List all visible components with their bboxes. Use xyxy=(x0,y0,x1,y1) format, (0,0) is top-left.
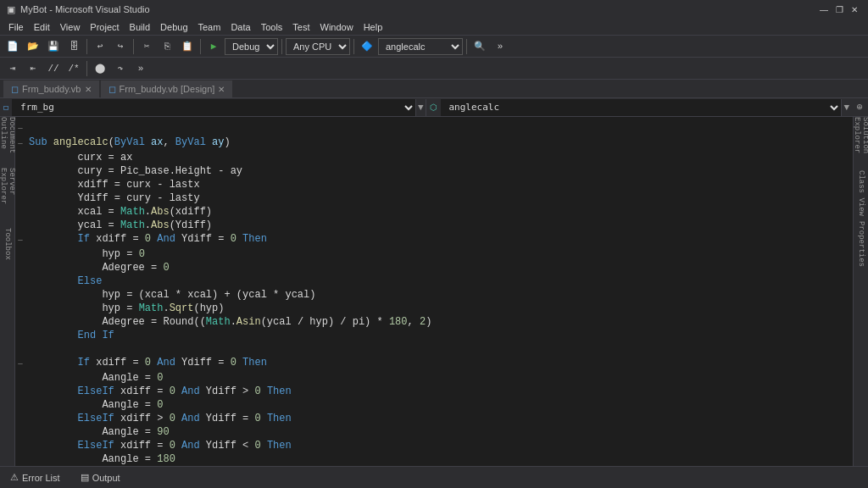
menu-test[interactable]: Test xyxy=(287,19,314,35)
start-btn[interactable]: ▶ xyxy=(204,37,223,56)
selector-arrow-right: ▼ xyxy=(842,103,851,113)
code-line: Adegree = 0 xyxy=(15,261,853,274)
tab-close[interactable]: ✕ xyxy=(85,85,92,94)
code-line: — If xdiff = 0 And Ydiff = 0 Then xyxy=(15,232,853,247)
toolbar-row-1: 📄 📂 💾 🗄 ↩ ↪ ✂ ⎘ 📋 ▶ Debug Any CPU 🔷 angl… xyxy=(0,36,868,58)
redo-btn[interactable]: ↪ xyxy=(111,37,130,56)
cut-btn[interactable]: ✂ xyxy=(137,37,156,56)
bottom-panel: ⚠ Error List ▤ Output xyxy=(0,466,868,488)
paste-btn[interactable]: 📋 xyxy=(178,37,197,56)
uncomment-btn[interactable]: /* xyxy=(64,59,83,78)
properties-panel[interactable]: Properties xyxy=(854,219,868,269)
class-view-panel[interactable]: Class View xyxy=(854,168,868,219)
right-sidebar: Solution Explorer Class View Properties xyxy=(853,117,868,466)
minimize-button[interactable]: — xyxy=(817,3,831,16)
tab-close2[interactable]: ✕ xyxy=(218,85,225,94)
tab-icon: ◻ xyxy=(11,84,19,95)
error-list-tab[interactable]: ⚠ Error List xyxy=(3,469,67,487)
code-editor[interactable]: — — Sub anglecalc(ByVal ax, ByVal ay) cu… xyxy=(15,117,853,466)
error-list-label: Error List xyxy=(22,473,60,483)
code-line: Aangle = 0 xyxy=(15,371,853,385)
platform-dropdown[interactable]: Any CPU xyxy=(286,38,350,55)
method-selector[interactable]: anglecalc xyxy=(441,99,843,116)
class-selector[interactable]: frm_bg xyxy=(12,99,416,116)
output-label: Output xyxy=(92,473,120,483)
find-btn[interactable]: 🔍 xyxy=(470,37,489,56)
frm-bg-icon: ◻ xyxy=(0,103,12,113)
selector-arrow-left: ▼ xyxy=(416,103,426,113)
menu-help[interactable]: Help xyxy=(359,19,388,35)
comment-btn[interactable]: // xyxy=(44,59,63,78)
new-project-btn[interactable]: 📄 xyxy=(3,37,22,56)
tab-frm-buddy-design[interactable]: ◻ Frm_buddy.vb [Design] ✕ xyxy=(101,80,233,97)
sep7 xyxy=(86,61,87,76)
sep1 xyxy=(86,39,87,54)
menu-project[interactable]: Project xyxy=(85,19,124,35)
code-content: — — Sub anglecalc(ByVal ax, ByVal ay) cu… xyxy=(15,117,853,466)
tab-frm-buddy-vb[interactable]: ◻ Frm_buddy.vb ✕ xyxy=(3,80,99,97)
open-btn[interactable]: 📂 xyxy=(24,37,42,56)
error-list-icon: ⚠ xyxy=(10,472,19,483)
maximize-button[interactable]: ❐ xyxy=(832,3,846,16)
code-line: xcal = Math.Abs(xdiff) xyxy=(15,205,853,219)
undo-btn[interactable]: ↩ xyxy=(91,37,109,56)
menu-edit[interactable]: Edit xyxy=(29,19,55,35)
code-line: Aangle = 0 xyxy=(15,398,853,412)
project-dropdown[interactable]: anglecalc xyxy=(378,38,463,55)
code-line: ElseIf xdiff = 0 And Ydiff < 0 Then xyxy=(15,439,853,452)
code-line: Aangle = 180 xyxy=(15,452,853,466)
more-btn[interactable]: » xyxy=(491,37,509,56)
save-btn[interactable]: 💾 xyxy=(44,37,63,56)
output-tab[interactable]: ▤ Output xyxy=(74,469,127,487)
solution-explorer-panel[interactable]: Solution Explorer xyxy=(854,117,868,168)
collapse-btn[interactable]: — xyxy=(15,137,25,151)
menu-window[interactable]: Window xyxy=(315,19,359,35)
breakpoint-btn[interactable]: ⬤ xyxy=(91,59,109,78)
debug-config-dropdown[interactable]: Debug xyxy=(225,38,278,55)
close-button[interactable]: ✕ xyxy=(848,3,861,16)
menu-debug[interactable]: Debug xyxy=(155,19,192,35)
code-line: Aangle = 90 xyxy=(15,425,853,439)
menu-tools[interactable]: Tools xyxy=(256,19,288,35)
sync-btn[interactable]: ⊕ xyxy=(851,101,868,114)
code-line: ElseIf xdiff > 0 And Ydiff = 0 Then xyxy=(15,412,853,425)
if2-collapse-btn[interactable]: — xyxy=(15,358,25,371)
menu-view[interactable]: View xyxy=(55,19,86,35)
indent-btn[interactable]: ⇥ xyxy=(3,59,22,78)
code-line: — Sub anglecalc(ByVal ax, ByVal ay) xyxy=(15,136,853,151)
menu-build[interactable]: Build xyxy=(125,19,155,35)
menu-bar: File Edit View Project Build Debug Team … xyxy=(0,19,868,36)
menu-file[interactable]: File xyxy=(3,19,29,35)
code-line: — xyxy=(15,120,853,136)
tab-bar: ◻ Frm_buddy.vb ✕ ◻ Frm_buddy.vb [Design]… xyxy=(0,80,868,98)
code-line: xdiff = curx - lastx xyxy=(15,178,853,191)
collapse-btn[interactable]: — xyxy=(15,122,25,136)
output-icon: ▤ xyxy=(81,472,89,483)
toolbar-row-2: ⇥ ⇤ // /* ⬤ ↷ » xyxy=(0,58,868,80)
anglecalc-icon: ⬡ xyxy=(426,103,441,113)
app-icon: ▣ xyxy=(7,4,15,15)
code-line: cury = Pic_base.Height - ay xyxy=(15,164,853,178)
sep5 xyxy=(353,39,354,54)
title-bar: ▣ MyBot - Microsoft Visual Studio — ❐ ✕ xyxy=(0,0,868,19)
more2-btn[interactable]: » xyxy=(131,59,150,78)
sep3 xyxy=(200,39,201,54)
menu-data[interactable]: Data xyxy=(225,19,255,35)
tab-icon2: ◻ xyxy=(108,84,116,95)
code-line: End If xyxy=(15,329,853,342)
outdent-btn[interactable]: ⇤ xyxy=(24,59,42,78)
document-outline-panel[interactable]: Document Outline xyxy=(0,117,15,168)
nav-icon: 🔷 xyxy=(358,37,376,56)
copy-btn[interactable]: ⎘ xyxy=(158,37,176,56)
code-line: curx = ax xyxy=(15,151,853,164)
window-controls[interactable]: — ❐ ✕ xyxy=(817,3,861,16)
tab-label2: Frm_buddy.vb [Design] xyxy=(120,84,215,94)
tab-label: Frm_buddy.vb xyxy=(22,84,81,94)
if-collapse-btn[interactable]: — xyxy=(15,234,25,247)
code-line: hyp = 0 xyxy=(15,247,853,261)
save-all-btn[interactable]: 🗄 xyxy=(64,37,83,56)
step-over-btn[interactable]: ↷ xyxy=(111,59,130,78)
server-explorer-panel[interactable]: Server Explorer xyxy=(0,168,15,219)
menu-team[interactable]: Team xyxy=(193,19,226,35)
toolbox-panel[interactable]: Toolbox xyxy=(0,219,15,269)
